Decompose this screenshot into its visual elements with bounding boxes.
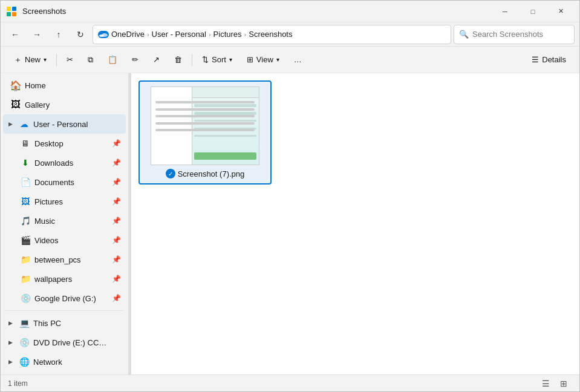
sort-button[interactable]: ⇅ Sort ▾ xyxy=(196,50,238,70)
wallpapers-pin-icon: 📌 xyxy=(112,275,121,283)
maximize-button[interactable]: □ xyxy=(519,1,547,22)
close-button[interactable]: ✕ xyxy=(547,1,575,22)
sidebar-item-documents-label: Documents xyxy=(34,178,74,187)
breadcrumb-onedrive[interactable]: OneDrive xyxy=(98,30,145,39)
sidebar-item-downloads-label: Downloads xyxy=(34,158,73,168)
thumb-row-1 xyxy=(194,104,256,107)
status-bar: 1 item ☰ ⊞ xyxy=(1,374,579,391)
file-thumbnail xyxy=(151,87,259,165)
sidebar-item-network[interactable]: ▶ 🌐 Network xyxy=(3,352,126,371)
sidebar-item-home[interactable]: 🏠 Home xyxy=(3,76,126,95)
copy-icon: ⧉ xyxy=(88,55,93,65)
new-icon: ＋ xyxy=(14,54,22,65)
svg-rect-2 xyxy=(7,12,11,16)
share-button[interactable]: ↗ xyxy=(147,50,166,70)
onedrive-icon xyxy=(98,31,109,38)
sidebar-item-gallery[interactable]: 🖼 Gallery xyxy=(3,95,126,114)
search-box: 🔍 xyxy=(454,25,575,44)
sidebar-item-pictures[interactable]: 🖼 Pictures 📌 xyxy=(3,192,126,211)
back-button[interactable]: ← xyxy=(5,25,25,44)
sidebar-item-user-personal[interactable]: ▶ ☁ User - Personal xyxy=(3,114,126,134)
music-pin-icon: 📌 xyxy=(112,217,121,225)
details-label: Details xyxy=(542,55,566,64)
documents-icon: 📄 xyxy=(20,177,31,188)
sidebar-item-wallpapers[interactable]: 📁 wallpapers 📌 xyxy=(3,269,126,289)
view-icon: ⊞ xyxy=(247,55,253,64)
breadcrumb-item-user[interactable]: User - Personal xyxy=(152,30,206,39)
paste-button[interactable]: 📋 xyxy=(102,50,123,70)
delete-icon: 🗑 xyxy=(174,55,182,64)
sidebar-item-between-pcs[interactable]: 📁 between_pcs 📌 xyxy=(3,250,126,269)
expander-this-pc-icon: ▶ xyxy=(5,318,15,328)
sidebar-item-music[interactable]: 🎵 Music 📌 xyxy=(3,211,126,230)
sidebar-item-desktop[interactable]: 🖥 Desktop 📌 xyxy=(3,134,126,153)
breadcrumb-sep-3: › xyxy=(244,31,247,38)
up-button[interactable]: ↑ xyxy=(49,25,68,44)
rename-icon: ✏ xyxy=(132,55,138,64)
cut-icon: ✂ xyxy=(67,55,73,64)
grid-view-button[interactable]: ⊞ xyxy=(555,376,572,391)
pictures-pin-icon: 📌 xyxy=(112,197,121,206)
delete-button[interactable]: 🗑 xyxy=(168,50,188,70)
sort-icon: ⇅ xyxy=(202,55,209,64)
share-icon: ↗ xyxy=(153,55,160,64)
sidebar-item-user-label: User - Personal xyxy=(33,120,88,129)
minimize-button[interactable]: ─ xyxy=(491,1,519,22)
view-button[interactable]: ⊞ View ▾ xyxy=(241,50,285,70)
separator-1 xyxy=(56,54,57,66)
thumb-sidebar xyxy=(151,87,192,165)
breadcrumb-sep-2: › xyxy=(209,31,211,38)
more-button[interactable]: … xyxy=(288,50,308,70)
search-input[interactable] xyxy=(472,30,557,39)
sidebar-item-desktop-label: Desktop xyxy=(34,139,64,148)
toolbar: ＋ New ▾ ✂ ⧉ 📋 ✏ ↗ 🗑 ⇅ Sort ▾ ⊞ xyxy=(1,47,579,73)
between-pcs-icon: 📁 xyxy=(20,254,31,265)
breadcrumb-item-pictures[interactable]: Pictures xyxy=(213,30,242,39)
sidebar-item-this-pc-label: This PC xyxy=(33,319,61,328)
svg-point-5 xyxy=(102,33,108,37)
sidebar-item-dvd-drive-label: DVD Drive (E:) CCCOMA_X64FRE_EN... xyxy=(33,338,112,347)
sidebar-item-downloads[interactable]: ⬇ Downloads 📌 xyxy=(3,153,126,172)
copy-button[interactable]: ⧉ xyxy=(82,50,99,70)
desktop-icon: 🖥 xyxy=(20,138,31,149)
cut-button[interactable]: ✂ xyxy=(60,50,79,70)
rename-button[interactable]: ✏ xyxy=(126,50,145,70)
svg-rect-1 xyxy=(12,7,16,11)
sidebar-item-home-label: Home xyxy=(25,81,46,90)
expander-network-icon: ▶ xyxy=(5,357,15,367)
sort-chevron-icon: ▾ xyxy=(229,56,232,63)
sidebar-item-dvd-drive[interactable]: ▶ 💿 DVD Drive (E:) CCCOMA_X64FRE_EN... xyxy=(3,333,126,352)
list-view-button[interactable]: ☰ xyxy=(537,376,554,391)
sidebar-item-wallpapers-label: wallpapers xyxy=(34,275,72,284)
pictures-icon: 🖼 xyxy=(20,196,31,207)
new-button[interactable]: ＋ New ▾ xyxy=(8,50,53,70)
videos-pin-icon: 📌 xyxy=(112,236,121,244)
sidebar-item-music-label: Music xyxy=(34,217,55,226)
file-item-screenshot-7[interactable]: ✓ Screenshot (7).png xyxy=(138,80,272,185)
breadcrumb: OneDrive › User - Personal › Pictures › … xyxy=(93,25,451,44)
refresh-button[interactable]: ↻ xyxy=(71,25,90,44)
sidebar-item-this-pc[interactable]: ▶ 💻 This PC xyxy=(3,313,126,333)
sidebar: 🏠 Home 🖼 Gallery ▶ ☁ User - Personal 🖥 D… xyxy=(1,73,129,374)
between-pcs-pin-icon: 📌 xyxy=(112,255,121,264)
sidebar-item-google-drive[interactable]: 💿 Google Drive (G:) 📌 xyxy=(3,289,126,308)
sync-checkmark-icon: ✓ xyxy=(166,169,175,178)
sidebar-item-videos[interactable]: 🎬 Videos 📌 xyxy=(3,230,126,250)
thumb-row-3 xyxy=(194,120,256,122)
forward-button[interactable]: → xyxy=(27,25,47,44)
view-chevron-icon: ▾ xyxy=(276,56,279,63)
file-area: ✓ Screenshot (7).png xyxy=(131,73,579,374)
breadcrumb-item-screenshots[interactable]: Screenshots xyxy=(249,30,292,39)
nav-bar: ← → ↑ ↻ OneDrive › User - Personal › Pic… xyxy=(1,22,579,47)
gallery-icon: 🖼 xyxy=(10,99,21,110)
expander-user-icon: ▶ xyxy=(5,119,15,129)
view-mode-buttons: ☰ ⊞ xyxy=(537,376,572,391)
view-label: View xyxy=(256,55,273,64)
user-personal-icon: ☁ xyxy=(19,119,30,129)
sidebar-item-videos-label: Videos xyxy=(34,236,59,245)
sidebar-divider-1 xyxy=(5,310,123,311)
sidebar-item-documents[interactable]: 📄 Documents 📌 xyxy=(3,172,126,192)
details-button[interactable]: ☰ Details xyxy=(526,50,572,70)
sidebar-item-pictures-label: Pictures xyxy=(34,197,63,206)
breadcrumb-item-onedrive[interactable]: OneDrive xyxy=(111,30,145,39)
